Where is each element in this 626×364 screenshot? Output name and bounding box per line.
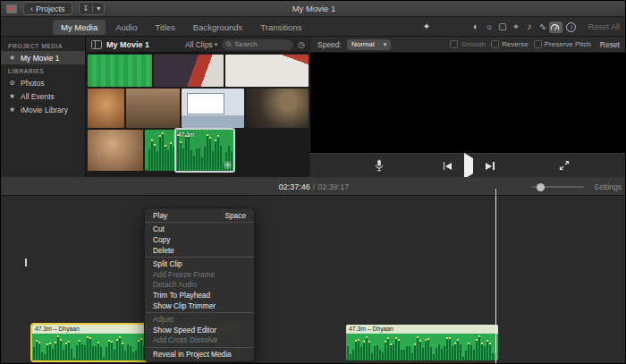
timeline-zoom-slider[interactable] [532, 186, 584, 188]
clip-filter-dropdown[interactable]: All Clips ▾ [185, 40, 217, 49]
clip-label: 47.3m – Dhyaan [346, 325, 498, 334]
menu-item-label: Add Freeze Frame [153, 270, 215, 279]
media-thumbnail-photo[interactable] [246, 89, 309, 128]
menu-item-cut[interactable]: Cut [145, 224, 254, 235]
timeline-toolbar: 02:37:46 / 02:39:17 Settings [1, 177, 626, 196]
reverse-label: Reverse [502, 40, 529, 48]
timeline-clip[interactable]: 47.3m – Dhyaan [346, 325, 498, 360]
transport-bar [310, 153, 626, 178]
tab-backgrounds[interactable]: Backgrounds [185, 20, 250, 35]
smooth-checkbox[interactable]: Smooth [450, 40, 486, 48]
menu-item-reveal-in-project-media[interactable]: Reveal in Project Media [145, 349, 254, 360]
timeline[interactable]: 47.3m – Dhyaan 47.3m – Dhyaan [1, 196, 626, 364]
preserve-pitch-label: Preserve Pitch [545, 40, 591, 48]
adjust-toolbar: ✦ ◐ ☼ ▢ ⌖ ♪ ∿ i Reset All [419, 17, 626, 37]
reset-all-button[interactable]: Reset All [588, 22, 620, 31]
sidebar-item-photos[interactable]: ⊛ Photos [1, 76, 85, 89]
star-icon: ★ [8, 106, 16, 114]
menu-item-play[interactable]: Play Space [145, 210, 254, 221]
media-thumbnail-green-clip[interactable] [88, 55, 152, 87]
media-thumbnail-audio-clip[interactable] [145, 130, 174, 171]
speed-dropdown[interactable]: Normal ▾ [347, 39, 391, 50]
enhance-wand-icon[interactable]: ✦ [419, 21, 433, 33]
timecode-total: 02:39:17 [317, 182, 349, 191]
tab-my-media[interactable]: My Media [53, 20, 106, 35]
tab-bar: My Media Audio Titles Backgrounds Transi… [1, 17, 626, 37]
menu-item-adjust: Adjust [145, 314, 254, 325]
reset-button[interactable]: Reset [600, 40, 620, 49]
media-thumbnail-audio-clip-selected[interactable]: 47.3m + [176, 130, 233, 171]
menu-separator [145, 257, 254, 258]
media-thumbnail-photo[interactable] [88, 89, 124, 128]
search-field[interactable] [222, 39, 293, 50]
timecode-separator: / [313, 182, 316, 191]
menu-item-label: Split Clip [153, 259, 182, 268]
menu-item-shortcut: Space [224, 211, 246, 220]
timeline-settings-button[interactable]: Settings [594, 177, 622, 196]
media-thumbnail-grid: 47.3m + [87, 53, 309, 177]
audio-waveform [145, 130, 174, 171]
menu-item-trim-to-playhead[interactable]: Trim To Playhead [145, 290, 254, 301]
menu-item-split-clip[interactable]: Split Clip [145, 258, 254, 269]
menu-item-add-freeze-frame: Add Freeze Frame [145, 269, 254, 280]
search-input[interactable] [234, 40, 289, 48]
menu-item-delete[interactable]: Delete [145, 245, 254, 256]
playhead[interactable] [495, 196, 496, 364]
color-balance-icon[interactable]: ◐ [469, 21, 482, 33]
projects-back-button[interactable]: ‹ Projects [23, 2, 72, 15]
menu-item-show-clip-trimmer[interactable]: Show Clip Trimmer [145, 301, 254, 311]
menu-separator [145, 312, 254, 313]
reverse-checkbox[interactable]: Reverse [491, 40, 529, 48]
tab-audio[interactable]: Audio [107, 20, 145, 35]
menu-item-copy[interactable]: Copy [145, 234, 254, 245]
previous-frame-button[interactable] [444, 162, 453, 170]
media-thumbnail-photo[interactable] [154, 55, 224, 87]
media-thumbnail-photo[interactable] [88, 130, 143, 171]
volume-icon[interactable]: ♪ [522, 21, 536, 33]
clock-filter-icon[interactable]: ◷ [298, 40, 305, 49]
sidebar-item-label: iMovie Library [21, 106, 68, 114]
sidebar: PROJECT MEDIA ★ My Movie 1 LIBRARIES ⊛ P… [1, 37, 86, 177]
checkbox-box [534, 40, 542, 48]
media-thumbnail-photo[interactable] [126, 89, 180, 128]
stabilization-icon[interactable]: ⌖ [509, 21, 522, 33]
checkbox-box [491, 40, 499, 48]
back-chevron-icon: ‹ [30, 4, 33, 13]
sidebar-item-imovie-library[interactable]: ★ iMovie Library [1, 103, 85, 116]
media-tabs: My Media Audio Titles Backgrounds Transi… [53, 17, 309, 37]
sidebar-item-label: All Events [21, 92, 55, 101]
browser-title: My Movie 1 [106, 40, 149, 49]
preserve-pitch-checkbox[interactable]: Preserve Pitch [534, 40, 591, 48]
menu-item-show-speed-editor[interactable]: Show Speed Editor [145, 325, 254, 335]
import-icon: ↧ [80, 4, 93, 13]
context-menu: Play Space Cut Copy Delete Split Clip Ad… [144, 207, 255, 362]
crop-icon[interactable]: ▢ [495, 21, 509, 33]
noise-reduction-icon[interactable]: ∿ [536, 21, 549, 33]
play-button[interactable] [464, 158, 473, 174]
star-icon: ★ [8, 92, 16, 100]
libraries-header: LIBRARIES [1, 64, 85, 76]
next-frame-button[interactable] [486, 162, 495, 170]
menu-item-detach-audio: Detach Audio [145, 280, 254, 291]
info-icon[interactable]: i [566, 22, 576, 32]
menu-item-label: Cut [153, 224, 165, 233]
filter-value: All Clips [185, 40, 213, 49]
imovie-window: ‹ Projects ↧ ▾ My Movie 1 My Media Audio… [0, 0, 626, 364]
tab-transitions[interactable]: Transitions [252, 20, 309, 35]
import-split-button[interactable]: ↧ ▾ [79, 2, 106, 15]
speed-gauge-icon[interactable] [549, 21, 563, 33]
media-thumbnail-screenshot[interactable] [182, 89, 244, 128]
sidebar-item-my-movie[interactable]: ★ My Movie 1 [1, 51, 85, 64]
smooth-label: Smooth [461, 40, 486, 48]
sidebar-item-label: Photos [21, 79, 44, 88]
fullscreen-icon[interactable] [559, 160, 570, 171]
zoom-slider-knob[interactable] [537, 183, 545, 191]
sidebar-toggle-icon[interactable] [91, 40, 102, 49]
tab-titles[interactable]: Titles [148, 20, 183, 35]
sidebar-item-all-events[interactable]: ★ All Events [1, 89, 85, 103]
media-thumbnail-photo[interactable] [225, 55, 309, 87]
viewer-preview [310, 53, 626, 153]
add-to-timeline-icon[interactable]: + [224, 161, 232, 169]
white-balance-icon[interactable]: ☼ [482, 21, 495, 33]
photos-icon: ⊛ [8, 79, 16, 87]
